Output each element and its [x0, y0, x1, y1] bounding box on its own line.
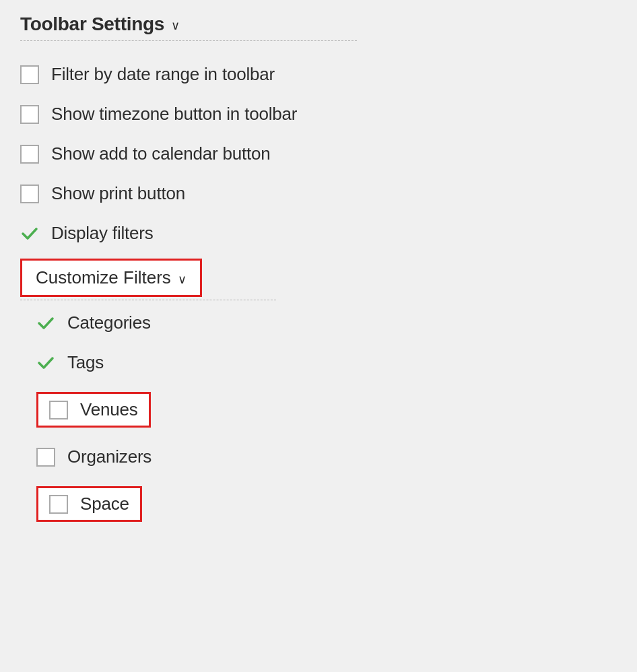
label-show-add-calendar: Show add to calendar button: [51, 143, 271, 164]
label-organizers: Organizers: [67, 446, 152, 467]
option-show-print[interactable]: Show print button: [20, 174, 357, 213]
checkbox-space[interactable]: [49, 495, 68, 514]
customize-filters-section: Customize Filters ∨ Categories Tags: [20, 259, 357, 531]
toolbar-divider: [20, 40, 357, 41]
toolbar-settings-chevron: ∨: [171, 18, 180, 33]
option-categories[interactable]: Categories: [20, 303, 357, 343]
option-display-filters[interactable]: Display filters: [20, 213, 357, 253]
checkbox-venues[interactable]: [49, 401, 68, 419]
customize-filters-chevron: ∨: [178, 272, 187, 287]
checkbox-filter-date-range[interactable]: [20, 65, 39, 84]
settings-panel: Toolbar Settings ∨ Filter by date range …: [20, 13, 357, 531]
option-show-add-calendar[interactable]: Show add to calendar button: [20, 134, 357, 174]
option-show-timezone[interactable]: Show timezone button in toolbar: [20, 94, 357, 134]
checkbox-organizers[interactable]: [36, 448, 55, 467]
venues-box[interactable]: Venues: [36, 392, 151, 428]
label-tags: Tags: [67, 352, 104, 373]
option-tags[interactable]: Tags: [20, 343, 357, 382]
option-space[interactable]: Space: [20, 477, 357, 531]
option-venues[interactable]: Venues: [20, 382, 357, 437]
customize-filters-title: Customize Filters: [36, 267, 171, 288]
option-organizers[interactable]: Organizers: [20, 437, 357, 477]
space-box[interactable]: Space: [36, 486, 142, 522]
option-filter-date-range[interactable]: Filter by date range in toolbar: [20, 55, 357, 94]
label-show-timezone: Show timezone button in toolbar: [51, 104, 297, 125]
label-space: Space: [80, 494, 129, 514]
toolbar-settings-header[interactable]: Toolbar Settings ∨: [20, 13, 357, 35]
label-filter-date-range: Filter by date range in toolbar: [51, 64, 275, 85]
checkbox-show-timezone[interactable]: [20, 105, 39, 124]
checkbox-show-print[interactable]: [20, 184, 39, 203]
label-show-print: Show print button: [51, 183, 185, 204]
checkmark-display-filters: [20, 224, 39, 243]
label-venues: Venues: [80, 399, 138, 420]
label-display-filters: Display filters: [51, 223, 154, 244]
customize-filters-header[interactable]: Customize Filters ∨: [20, 259, 202, 297]
checkbox-show-add-calendar[interactable]: [20, 145, 39, 164]
customize-divider: [20, 300, 276, 300]
label-categories: Categories: [67, 312, 151, 333]
checkmark-categories: [36, 314, 55, 333]
checkmark-tags: [36, 354, 55, 372]
toolbar-settings-title: Toolbar Settings: [20, 13, 164, 35]
